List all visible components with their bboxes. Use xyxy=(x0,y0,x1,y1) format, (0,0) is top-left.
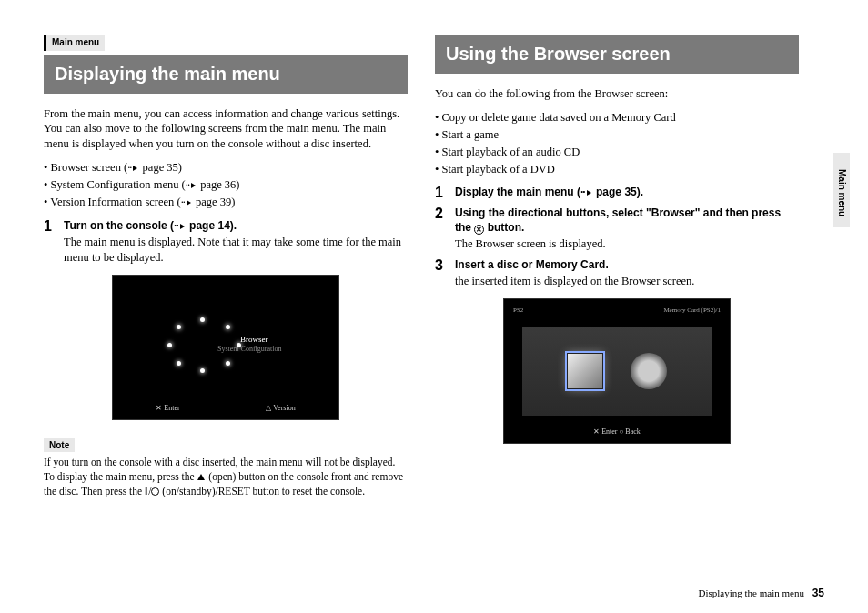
left-bullets: Browser screen ( page 35) System Configu… xyxy=(44,159,408,211)
bullet: Version Information screen ( page 39) xyxy=(44,194,408,211)
right-intro: You can do the following from the Browse… xyxy=(435,86,799,102)
bullet: Start playback of a DVD xyxy=(435,161,799,178)
x-button-icon: ✕ xyxy=(474,225,484,235)
step-body: The main menu is displayed. Note that it… xyxy=(64,235,408,266)
step-title: Insert a disc or Memory Card. xyxy=(455,257,799,272)
step-title: Display the main menu ( page 35). xyxy=(455,185,799,199)
menu-option-config: System Configuration xyxy=(217,345,281,355)
step-title-b: button. xyxy=(484,221,524,234)
left-intro: From the main menu, you can access infor… xyxy=(44,106,408,153)
menu-option-browser: Browser xyxy=(240,334,268,345)
bullet: Start playback of an audio CD xyxy=(435,144,799,161)
step-title: Using the directional buttons, select "B… xyxy=(455,206,799,235)
note-tag: Note xyxy=(44,438,75,453)
page-number: 35 xyxy=(812,587,824,599)
disc-icon xyxy=(631,353,667,389)
right-title: Using the Browser screen xyxy=(435,35,799,74)
main-menu-screenshot: Browser System Configuration ✕ Enter △ V… xyxy=(112,275,339,420)
step-2-right: 2 Using the directional buttons, select … xyxy=(435,206,799,252)
section-tag: Main menu xyxy=(44,35,105,51)
bullet-text: System Configuration menu ( page 36) xyxy=(51,178,240,191)
left-title: Displaying the main menu xyxy=(44,55,408,94)
footer-text: Displaying the main menu xyxy=(698,588,803,598)
bullet-text: Version Information screen ( page 39) xyxy=(50,196,235,208)
note-c: (on/standby)/RESET button to reset the c… xyxy=(159,486,365,497)
hint-version: △ Version xyxy=(266,404,295,414)
step-title: Turn on the console ( page 14). xyxy=(64,218,408,233)
step-body: The Browser screen is displayed. xyxy=(455,236,799,252)
bullet-text: Start playback of an audio CD xyxy=(442,146,580,158)
bullet: Start a game xyxy=(435,126,799,144)
step-1-right: 1 Display the main menu ( page 35). xyxy=(435,185,799,199)
hint-enter: ✕ Enter xyxy=(156,404,179,414)
step-number: 1 xyxy=(435,183,443,203)
step-3-right: 3 Insert a disc or Memory Card. the inse… xyxy=(435,257,799,289)
memory-card-icon xyxy=(567,353,603,389)
step-1-left: 1 Turn on the console ( page 14). The ma… xyxy=(44,218,408,266)
right-bullets: Copy or delete game data saved on a Memo… xyxy=(435,109,799,178)
shot-top-left: PS2 xyxy=(513,306,523,315)
step-number: 3 xyxy=(435,256,443,276)
bullet: Copy or delete game data saved on a Memo… xyxy=(435,109,799,126)
power-i-icon: I xyxy=(145,484,147,498)
step-number: 2 xyxy=(435,204,443,224)
step-number: 1 xyxy=(44,216,52,236)
step-body: the inserted item is displayed on the Br… xyxy=(455,274,799,289)
side-tab-label: Main menu xyxy=(836,169,849,216)
bullet-text: Start a game xyxy=(442,128,499,141)
bullet: System Configuration menu ( page 36) xyxy=(44,176,408,194)
browser-screenshot: PS2 Memory Card (PS2)/1 ✕ Enter ○ Back xyxy=(503,298,731,444)
bullet-text: Browser screen ( page 35) xyxy=(51,161,182,174)
open-icon xyxy=(197,474,205,480)
note-text: If you turn on the console with a disc i… xyxy=(44,456,408,499)
bullet: Browser screen ( page 35) xyxy=(44,159,408,176)
page-footer: Displaying the main menu 35 xyxy=(698,586,824,600)
bullet-text: Copy or delete game data saved on a Memo… xyxy=(442,111,676,124)
shot-bottom: ✕ Enter ○ Back xyxy=(504,427,730,437)
bullet-text: Start playback of a DVD xyxy=(442,163,555,176)
shot-top-right: Memory Card (PS2)/1 xyxy=(663,306,721,315)
